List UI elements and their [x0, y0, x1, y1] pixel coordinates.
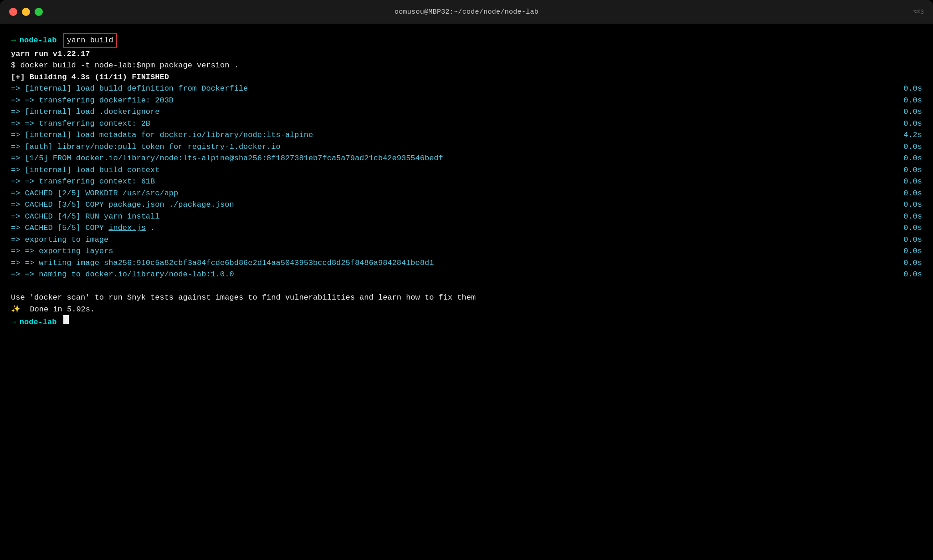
row-left-5: => [internal] load metadata for docker.i…: [11, 129, 313, 141]
output-row-naming: => => naming to docker.io/library/node-l…: [11, 269, 922, 280]
output-row-4: => => transferring context: 2B 0.0s: [11, 118, 922, 130]
output-row-2: => => transferring dockerfile: 203B 0.0s: [11, 95, 922, 107]
output-row-7: => [1/5] FROM docker.io/library/node:lts…: [11, 153, 922, 164]
output-row-cached-2: => CACHED [2/5] WORKDIR /usr/src/app 0.0…: [11, 188, 922, 199]
row-right-cached-2: 0.0s: [903, 188, 922, 199]
row-left-cached-2: => CACHED [2/5] WORKDIR /usr/src/app: [11, 188, 178, 199]
output-row-cached-4: => CACHED [4/5] RUN yarn install 0.0s: [11, 211, 922, 223]
row-right-naming: 0.0s: [903, 269, 922, 280]
prompt-dir-2: node-lab: [20, 316, 57, 328]
row-left-layers: => => exporting layers: [11, 245, 113, 257]
output-line-docker-cmd: $ docker build -t node-lab:$npm_package_…: [11, 60, 922, 71]
row-right-4: 0.0s: [903, 118, 922, 130]
output-docker-scan: Use 'docker scan' to run Snyk tests agai…: [11, 292, 922, 304]
done-text: ✨ Done in 5.92s.: [11, 304, 95, 316]
row-left-2: => => transferring dockerfile: 203B: [11, 95, 174, 107]
output-line-yarn-version: yarn run v1.22.17: [11, 48, 922, 60]
row-left-9: => => transferring context: 61B: [11, 176, 155, 188]
output-row-layers: => => exporting layers 0.0s: [11, 245, 922, 257]
blank-line: [11, 280, 922, 292]
keyboard-shortcut: ⌥⌘3: [913, 8, 924, 15]
row-left-6: => [auth] library/node:pull token for re…: [11, 141, 281, 153]
terminal-body[interactable]: → node-lab yarn build yarn run v1.22.17 …: [0, 24, 933, 560]
row-right-cached-4: 0.0s: [903, 211, 922, 223]
row-right-8: 0.0s: [903, 164, 922, 176]
row-right-writing: 0.0s: [903, 257, 922, 269]
output-row-5: => [internal] load metadata for docker.i…: [11, 129, 922, 141]
docker-scan-text: Use 'docker scan' to run Snyk tests agai…: [11, 292, 476, 304]
minimize-button[interactable]: [22, 8, 30, 16]
close-button[interactable]: [9, 8, 17, 16]
output-row-6: => [auth] library/node:pull token for re…: [11, 141, 922, 153]
window-title: oomusou@MBP32:~/code/node/node-lab: [395, 8, 538, 16]
prompt-dir-1: node-lab: [20, 35, 57, 46]
traffic-lights: [9, 8, 43, 16]
row-left-cached-5: => CACHED [5/5] COPY index.js .: [11, 222, 155, 234]
row-right-exporting: 0.0s: [903, 234, 922, 246]
row-right-1: 0.0s: [903, 83, 922, 95]
output-row-1: => [internal] load build definition from…: [11, 83, 922, 95]
docker-cmd-text: $ docker build -t node-lab:$npm_package_…: [11, 60, 239, 71]
building-text: [+] Building 4.3s (11/11) FINISHED: [11, 71, 169, 83]
row-right-layers: 0.0s: [903, 245, 922, 257]
output-row-cached-5: => CACHED [5/5] COPY index.js . 0.0s: [11, 222, 922, 234]
row-right-2: 0.0s: [903, 95, 922, 107]
terminal-window: oomusou@MBP32:~/code/node/node-lab ⌥⌘3 →…: [0, 0, 933, 560]
prompt-line-2: → node-lab: [11, 315, 922, 328]
row-left-cached-3: => CACHED [3/5] COPY package.json ./pack…: [11, 199, 234, 211]
row-left-4: => => transferring context: 2B: [11, 118, 150, 130]
row-right-7: 0.0s: [903, 153, 922, 164]
command-highlight: yarn build: [63, 33, 117, 48]
output-row-9: => => transferring context: 61B 0.0s: [11, 176, 922, 188]
titlebar: oomusou@MBP32:~/code/node/node-lab ⌥⌘3: [0, 0, 933, 24]
row-left-1: => [internal] load build definition from…: [11, 83, 248, 95]
terminal-cursor: [63, 315, 69, 324]
row-left-cached-4: => CACHED [4/5] RUN yarn install: [11, 211, 159, 223]
output-done: ✨ Done in 5.92s.: [11, 304, 922, 316]
output-row-cached-3: => CACHED [3/5] COPY package.json ./pack…: [11, 199, 922, 211]
row-left-exporting: => exporting to image: [11, 234, 108, 246]
output-row-writing: => => writing image sha256:910c5a82cbf3a…: [11, 257, 922, 269]
row-right-9: 0.0s: [903, 176, 922, 188]
row-right-3: 0.0s: [903, 106, 922, 118]
row-left-naming: => => naming to docker.io/library/node-l…: [11, 269, 234, 280]
prompt-arrow-1: →: [11, 34, 16, 46]
output-row-8: => [internal] load build context 0.0s: [11, 164, 922, 176]
maximize-button[interactable]: [35, 8, 43, 16]
prompt-line-1: → node-lab yarn build: [11, 33, 922, 48]
output-line-building: [+] Building 4.3s (11/11) FINISHED: [11, 71, 922, 83]
row-left-writing: => => writing image sha256:910c5a82cbf3a…: [11, 257, 434, 269]
row-right-6: 0.0s: [903, 141, 922, 153]
row-left-3: => [internal] load .dockerignore: [11, 106, 159, 118]
row-right-cached-3: 0.0s: [903, 199, 922, 211]
row-right-5: 4.2s: [903, 129, 922, 141]
output-row-exporting: => exporting to image 0.0s: [11, 234, 922, 246]
row-left-7: => [1/5] FROM docker.io/library/node:lts…: [11, 153, 443, 164]
prompt-arrow-2: →: [11, 316, 16, 328]
row-left-8: => [internal] load build context: [11, 164, 159, 176]
row-right-cached-5: 0.0s: [903, 222, 922, 234]
yarn-version-text: yarn run v1.22.17: [11, 48, 90, 60]
output-row-3: => [internal] load .dockerignore 0.0s: [11, 106, 922, 118]
